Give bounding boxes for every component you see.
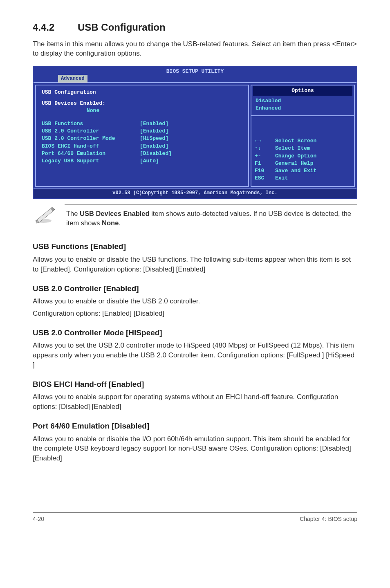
bios-help-key: +-: [255, 153, 275, 160]
bios-item-label: USB 2.0 Controller: [42, 128, 140, 135]
bios-help-text: Change Option: [275, 153, 316, 160]
bios-item-value: [Disabled]: [140, 150, 172, 157]
bios-item-label: BIOS EHCI Hand-off: [42, 143, 140, 150]
bios-help-text: General Help: [275, 160, 314, 167]
section-heading: 4.4.2USB Configuration: [33, 20, 357, 34]
sub-usb20-controller-body1: Allows you to enable or disable the USB …: [33, 296, 357, 306]
chapter-label: Chapter 4: BIOS setup: [300, 515, 357, 523]
bios-item-label: Legacy USB Support: [42, 157, 140, 165]
bios-item-usb20-mode[interactable]: USB 2.0 Controller Mode [HiSpeed]: [42, 135, 242, 142]
bios-item-legacy-usb[interactable]: Legacy USB Support [Auto]: [42, 157, 242, 165]
note-bold-none: None: [102, 219, 119, 227]
note-block: The USB Devices Enabled item shows auto-…: [33, 204, 357, 232]
sub-ehci-title: BIOS EHCI Hand-off [Enabled]: [33, 379, 357, 390]
bios-item-usb20-controller[interactable]: USB 2.0 Controller [Enabled]: [42, 128, 242, 135]
bios-item-value: [HiSpeed]: [140, 135, 168, 142]
bios-help-text: Select Screen: [275, 137, 316, 145]
note-text: The USB Devices Enabled item shows auto-…: [65, 204, 357, 232]
bios-devices-label: USB Devices Enabled:: [42, 100, 242, 107]
bios-item-usb-functions[interactable]: USB Functions [Enabled]: [42, 120, 242, 128]
page-number: 4-20: [33, 515, 44, 523]
bios-body: USB Configuration USB Devices Enabled: N…: [34, 82, 356, 189]
bios-item-label: Port 64/60 Emulation: [42, 150, 140, 157]
bios-help-key: ↑↓: [255, 145, 275, 152]
bios-help-general-help: F1General Help: [255, 160, 351, 167]
bios-help-key: F1: [255, 160, 275, 167]
bios-help-box: ←→Select Screen ↑↓Select Item +-Change O…: [251, 116, 355, 187]
bios-title: BIOS SETUP UTILITY: [34, 67, 356, 76]
sub-port6460-body: Allows you to enable or disable the I/O …: [33, 434, 357, 463]
bios-options-header: Options: [253, 86, 352, 95]
bios-item-port-6460[interactable]: Port 64/60 Emulation [Disabled]: [42, 150, 242, 157]
section-intro: The items in this menu allows you to cha…: [33, 39, 357, 59]
section-number: 4.4.2: [33, 20, 78, 34]
bios-item-value: [Enabled]: [140, 128, 168, 135]
bios-footer: v02.58 (C)Copyright 1985-2007, American …: [34, 189, 356, 198]
page-footer: 4-20 Chapter 4: BIOS setup: [33, 512, 357, 523]
bios-help-key: ESC: [255, 175, 275, 182]
bios-item-label: USB Functions: [42, 120, 140, 128]
bios-options-box: Options Disabled Enhanced: [251, 85, 355, 116]
bios-help-select-item: ↑↓Select Item: [255, 145, 351, 152]
bios-help-change-option: +-Change Option: [255, 153, 351, 160]
bios-help-exit: ESCExit: [255, 175, 351, 182]
sub-usb20-mode-title: USB 2.0 Controller Mode [HiSpeed]: [33, 328, 357, 339]
sub-port6460-title: Port 64/60 Emulation [Disabled]: [33, 421, 357, 432]
bios-option-disabled[interactable]: Disabled: [253, 97, 352, 105]
bios-devices-value: None: [42, 107, 242, 114]
bios-left-panel: USB Configuration USB Devices Enabled: N…: [35, 85, 249, 187]
bios-tab-advanced[interactable]: Advanced: [58, 75, 87, 83]
bios-item-ehci-handoff[interactable]: BIOS EHCI Hand-off [Enabled]: [42, 143, 242, 150]
bios-help-select-screen: ←→Select Screen: [255, 137, 351, 145]
bios-option-enhanced[interactable]: Enhanced: [253, 105, 352, 112]
sub-usb20-mode-body: Allows you to set the USB 2.0 controller…: [33, 341, 357, 370]
bios-item-value: [Enabled]: [140, 120, 168, 128]
bios-right-panel: Options Disabled Enhanced ←→Select Scree…: [251, 85, 355, 187]
bios-help-save-exit: F10Save and Exit: [255, 167, 351, 175]
pencil-note-icon: [33, 204, 57, 224]
bios-help-text: Save and Exit: [275, 167, 316, 175]
bios-left-heading: USB Configuration: [42, 89, 242, 96]
bios-help-text: Exit: [275, 175, 288, 182]
sub-usb-functions-title: USB Functions [Enabled]: [33, 241, 357, 252]
bios-screenshot: BIOS SETUP UTILITY Advanced USB Configur…: [33, 66, 357, 199]
bios-item-value: [Enabled]: [140, 143, 168, 150]
sub-usb20-controller-title: USB 2.0 Controller [Enabled]: [33, 283, 357, 294]
sub-ehci-body: Allows you to enable support for operati…: [33, 392, 357, 412]
bios-help-key: ←→: [255, 137, 275, 145]
bios-help-key: F10: [255, 167, 275, 175]
bios-item-label: USB 2.0 Controller Mode: [42, 135, 140, 142]
section-title: USB Configuration: [78, 22, 166, 33]
bios-item-value: [Auto]: [140, 157, 159, 165]
note-bold-devices: USB Devices Enabled: [80, 210, 150, 217]
bios-help-text: Select Item: [275, 145, 310, 152]
sub-usb20-controller-body2: Configuration options: [Enabled] [Disabl…: [33, 309, 357, 319]
sub-usb-functions-body: Allows you to enable or disable the USB …: [33, 255, 357, 274]
